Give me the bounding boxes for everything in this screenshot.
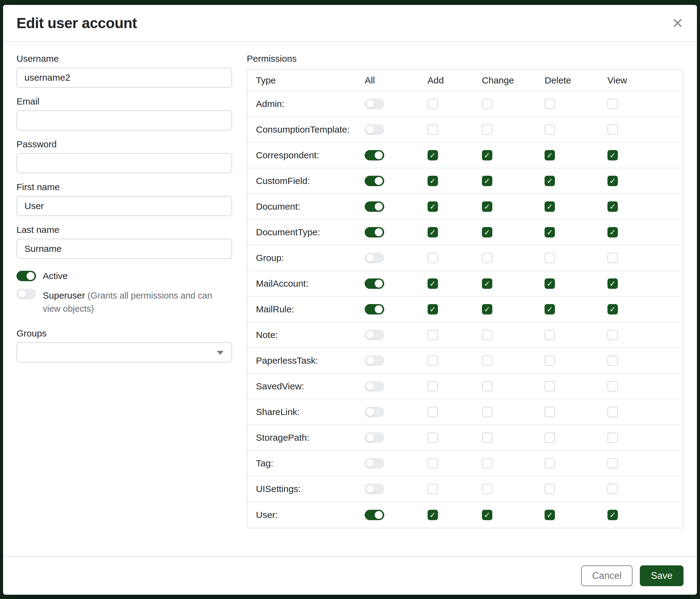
permission-delete-checkbox[interactable] — [545, 124, 555, 135]
close-icon[interactable]: ✕ — [672, 16, 683, 30]
save-button[interactable]: Save — [640, 566, 683, 586]
permission-view-checkbox[interactable] — [607, 355, 618, 366]
permission-view-checkbox[interactable]: ✓ — [607, 304, 618, 314]
email-field[interactable] — [17, 110, 232, 130]
cancel-button[interactable]: Cancel — [581, 566, 633, 586]
permission-view-checkbox[interactable] — [607, 458, 618, 469]
permission-add-checkbox[interactable] — [428, 99, 438, 109]
permission-delete-checkbox[interactable] — [545, 99, 555, 109]
permission-delete-checkbox[interactable] — [545, 253, 555, 263]
superuser-toggle[interactable] — [17, 289, 36, 299]
active-toggle[interactable] — [17, 271, 36, 281]
password-field[interactable] — [17, 153, 232, 173]
permission-view-checkbox[interactable]: ✓ — [607, 227, 618, 237]
permission-view-checkbox[interactable]: ✓ — [607, 510, 618, 520]
permission-change-checkbox[interactable] — [482, 99, 492, 109]
permission-change-checkbox[interactable] — [482, 124, 492, 135]
permission-all-toggle[interactable] — [365, 304, 384, 314]
permission-change-checkbox[interactable]: ✓ — [482, 176, 492, 186]
permission-view-checkbox[interactable] — [607, 253, 618, 263]
groups-select[interactable] — [17, 342, 232, 362]
permission-change-checkbox[interactable]: ✓ — [482, 201, 492, 212]
permission-change-checkbox[interactable]: ✓ — [482, 150, 492, 161]
permission-add-checkbox[interactable] — [428, 124, 438, 135]
permission-all-toggle[interactable] — [365, 458, 384, 469]
permission-add-checkbox[interactable] — [428, 458, 438, 469]
permission-delete-checkbox[interactable] — [545, 330, 555, 340]
permission-view-checkbox[interactable] — [607, 330, 618, 340]
permission-delete-checkbox[interactable] — [545, 407, 555, 417]
permission-add-checkbox[interactable] — [428, 484, 438, 494]
permission-view-checkbox[interactable] — [607, 124, 618, 135]
permission-view-checkbox[interactable] — [607, 381, 618, 391]
permission-delete-checkbox[interactable] — [545, 458, 555, 469]
permission-view-checkbox[interactable] — [607, 99, 618, 109]
permission-delete-checkbox[interactable] — [545, 432, 555, 443]
permission-delete-checkbox[interactable]: ✓ — [545, 150, 555, 161]
permission-add-checkbox[interactable]: ✓ — [428, 201, 438, 212]
permission-all-toggle[interactable] — [365, 510, 384, 520]
permission-delete-checkbox[interactable]: ✓ — [545, 201, 555, 212]
permission-add-checkbox[interactable] — [428, 355, 438, 366]
permission-all-toggle[interactable] — [365, 484, 384, 494]
permission-change-checkbox[interactable] — [482, 407, 492, 417]
toggle-knob — [366, 459, 374, 467]
permission-delete-checkbox[interactable]: ✓ — [545, 279, 555, 289]
permission-view-checkbox[interactable]: ✓ — [607, 279, 618, 289]
permission-all-toggle[interactable] — [365, 176, 384, 186]
column-header-delete: Delete — [545, 75, 607, 86]
permission-change-checkbox[interactable]: ✓ — [482, 227, 492, 237]
permission-add-checkbox[interactable] — [428, 407, 438, 417]
first-name-field[interactable] — [17, 196, 232, 216]
permission-view-checkbox[interactable]: ✓ — [607, 150, 618, 161]
permission-change-checkbox[interactable] — [482, 432, 492, 443]
permission-change-checkbox[interactable] — [482, 253, 492, 263]
permission-all-toggle[interactable] — [365, 124, 384, 135]
permission-delete-checkbox[interactable] — [545, 381, 555, 391]
permission-delete-checkbox[interactable] — [545, 484, 555, 494]
permission-all-toggle[interactable] — [365, 432, 384, 443]
permission-add-checkbox[interactable]: ✓ — [428, 150, 438, 161]
permission-change-checkbox[interactable]: ✓ — [482, 304, 492, 314]
permission-all-toggle[interactable] — [365, 381, 384, 391]
permission-add-checkbox[interactable] — [428, 381, 438, 391]
permission-add-checkbox[interactable]: ✓ — [428, 176, 438, 186]
permission-delete-checkbox[interactable] — [545, 355, 555, 366]
permission-all-toggle[interactable] — [365, 279, 384, 289]
permission-change-checkbox[interactable] — [482, 355, 492, 366]
permission-change-checkbox[interactable]: ✓ — [482, 279, 492, 289]
permission-all-toggle[interactable] — [365, 253, 384, 263]
permission-all-toggle[interactable] — [365, 407, 384, 417]
permission-view-checkbox[interactable]: ✓ — [607, 201, 618, 212]
permission-all-toggle[interactable] — [365, 227, 384, 237]
permission-delete-checkbox[interactable]: ✓ — [545, 510, 555, 520]
last-name-field[interactable] — [17, 239, 232, 259]
permission-all-toggle[interactable] — [365, 355, 384, 366]
permission-view-checkbox[interactable]: ✓ — [607, 176, 618, 186]
permission-add-checkbox[interactable] — [428, 330, 438, 340]
permission-type-label: MailRule: — [256, 304, 365, 314]
permission-all-toggle[interactable] — [365, 330, 384, 340]
permission-add-checkbox[interactable]: ✓ — [428, 227, 438, 237]
permission-change-checkbox[interactable] — [482, 330, 492, 340]
permission-change-checkbox[interactable] — [482, 381, 492, 391]
permission-change-checkbox[interactable] — [482, 458, 492, 469]
permission-add-checkbox[interactable] — [428, 432, 438, 443]
permission-type-label: Note: — [256, 330, 365, 340]
permission-delete-checkbox[interactable]: ✓ — [545, 304, 555, 314]
permission-add-checkbox[interactable]: ✓ — [428, 510, 438, 520]
permission-all-toggle[interactable] — [365, 150, 384, 161]
permission-change-checkbox[interactable]: ✓ — [482, 510, 492, 520]
permission-delete-checkbox[interactable]: ✓ — [545, 227, 555, 237]
permission-view-checkbox[interactable] — [607, 484, 618, 494]
username-input[interactable] — [17, 68, 232, 88]
permission-change-checkbox[interactable] — [482, 484, 492, 494]
permission-all-toggle[interactable] — [365, 99, 384, 109]
permission-add-checkbox[interactable] — [428, 253, 438, 263]
permission-all-toggle[interactable] — [365, 201, 384, 212]
permission-delete-checkbox[interactable]: ✓ — [545, 176, 555, 186]
permission-view-checkbox[interactable] — [607, 407, 618, 417]
permission-add-checkbox[interactable]: ✓ — [428, 279, 438, 289]
permission-view-checkbox[interactable] — [607, 432, 618, 443]
permission-add-checkbox[interactable]: ✓ — [428, 304, 438, 314]
